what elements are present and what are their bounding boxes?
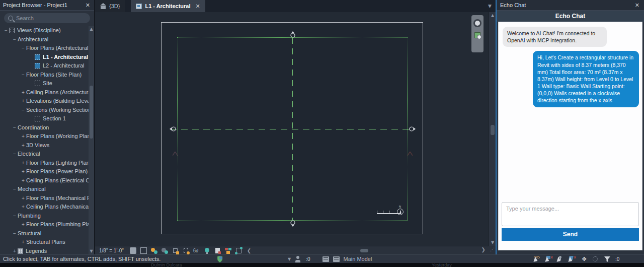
collapse-viewbar-icon[interactable]: ❮	[247, 248, 251, 253]
elevation-marker-north[interactable]	[289, 31, 296, 38]
tree-item-floor-plans-mechanical-pla[interactable]: +Floor Plans (Mechanical Pla	[0, 194, 89, 203]
collapse-icon[interactable]: −	[12, 229, 18, 238]
tree-item-electrical[interactable]: −Electrical	[0, 150, 89, 159]
canvas-vertical-scrollbar[interactable]: ▲ ▼	[489, 12, 496, 246]
tree-item-site[interactable]: Site	[0, 79, 89, 88]
worksharing-display-icon[interactable]	[225, 247, 231, 254]
tree-item-coordination[interactable]: −Coordination	[0, 123, 89, 132]
chat-close-icon[interactable]: ✕	[634, 2, 640, 9]
section-marker-right[interactable]	[408, 152, 413, 156]
selection-ring-icon[interactable]	[592, 256, 599, 262]
scrollbar-thumb[interactable]	[90, 86, 93, 139]
expand-icon[interactable]: +	[20, 97, 26, 106]
scroll-right-icon[interactable]: ❯	[481, 247, 486, 252]
tree-item-mechanical[interactable]: −Mechanical	[0, 185, 89, 194]
send-button[interactable]: Send	[502, 228, 639, 241]
expand-icon[interactable]: +	[20, 203, 26, 212]
scroll-down-icon[interactable]: ▼	[89, 249, 94, 254]
collapse-icon[interactable]: −	[20, 106, 26, 115]
tree-item-floor-plans-site-plan[interactable]: −Floor Plans (Site Plan)	[0, 71, 89, 80]
design-options-dialog-icon[interactable]	[333, 256, 340, 262]
scroll-up-icon[interactable]: ▲	[489, 13, 496, 18]
scroll-down-icon[interactable]: ▼	[489, 240, 496, 245]
tree-item-legends[interactable]: +Legends	[0, 247, 89, 255]
tree-item-ceiling-plans-mechanical-c[interactable]: +Ceiling Plans (Mechanical C	[0, 203, 89, 212]
tree-item-floor-plans-architectural-p[interactable]: −Floor Plans (Architectural P	[0, 44, 89, 53]
tab-l1-architectural[interactable]: L1 - Architectural ✕	[131, 0, 205, 12]
reveal-hidden-elements-icon[interactable]: 6∂	[193, 247, 200, 254]
temporary-hide-isolate-icon[interactable]	[204, 247, 210, 254]
expand-icon[interactable]: +	[20, 194, 26, 203]
project-browser-close-icon[interactable]: ✕	[85, 2, 91, 9]
expand-icon[interactable]: +	[12, 247, 18, 255]
expand-icon[interactable]: +	[20, 159, 26, 168]
detail-level-icon[interactable]	[130, 247, 136, 254]
expand-icon[interactable]: +	[20, 238, 26, 247]
active-workset-icon[interactable]	[295, 256, 302, 262]
scale-button[interactable]: 1/8" = 1'-0"	[95, 248, 128, 253]
reference-plane-horizontal[interactable]	[170, 129, 415, 129]
scrollbar-thumb[interactable]	[491, 125, 495, 135]
collapse-icon[interactable]: −	[12, 185, 18, 194]
tree-item-floor-plans-power-plan[interactable]: +Floor Plans (Power Plan)	[0, 167, 89, 176]
section-marker-left[interactable]	[173, 152, 178, 156]
reveal-constraints-icon[interactable]	[214, 247, 221, 254]
sun-path-icon[interactable]	[151, 247, 157, 254]
filter-icon[interactable]	[604, 256, 611, 262]
tree-item-structural[interactable]: −Structural	[0, 229, 89, 238]
tab-close-icon[interactable]: ✕	[195, 3, 200, 10]
collapse-icon[interactable]: −	[20, 44, 26, 53]
crop-viewport[interactable]: N	[161, 22, 423, 234]
resize-grip[interactable]	[489, 246, 496, 254]
expand-icon[interactable]: +	[20, 141, 26, 150]
shadows-icon[interactable]	[162, 247, 168, 254]
tree-item-ceiling-plans-architectural[interactable]: +Ceiling Plans (Architectural	[0, 88, 89, 97]
select-pinned-toggle-icon[interactable]	[557, 256, 565, 262]
select-underlay-toggle-icon[interactable]: x	[546, 256, 553, 262]
tree-item-plumbing[interactable]: −Plumbing	[0, 212, 89, 221]
workset-dropdown-icon[interactable]: ▼	[288, 257, 291, 261]
show-crop-region-icon[interactable]	[183, 247, 189, 254]
zoom-tool-icon[interactable]	[474, 32, 480, 38]
collapse-icon[interactable]: −	[12, 150, 18, 159]
project-browser-scrollbar[interactable]: ▲ ▼	[89, 26, 94, 254]
tree-item-3d-views[interactable]: +3D Views	[0, 141, 89, 150]
elevation-marker-south[interactable]	[289, 220, 296, 227]
visual-style-icon[interactable]	[140, 247, 147, 254]
elevation-marker-west[interactable]	[170, 125, 177, 132]
elevation-marker-east[interactable]	[409, 125, 416, 132]
select-by-face-toggle-icon[interactable]: x	[569, 256, 576, 262]
expand-icon[interactable]: +	[20, 132, 26, 141]
collapse-icon[interactable]: −	[12, 35, 18, 44]
expand-icon[interactable]: +	[20, 220, 26, 229]
expand-icon[interactable]: +	[20, 176, 26, 185]
worksets-dialog-icon[interactable]	[323, 256, 329, 262]
tree-item-ceiling-plans-electrical-ceil[interactable]: +Ceiling Plans (Electrical Ceil	[0, 176, 89, 185]
tree-item-section-1[interactable]: Section 1	[0, 114, 89, 123]
search-input[interactable]: Search	[4, 13, 90, 23]
expand-icon[interactable]: +	[20, 88, 26, 97]
tree-item-views-discipline[interactable]: −Views (Discipline)	[0, 26, 89, 35]
tree-item-l2-architectural[interactable]: L2 - Architectural	[0, 61, 89, 71]
drag-on-selection-toggle-icon[interactable]: ✥	[581, 256, 588, 262]
expand-icon[interactable]: +	[20, 167, 26, 176]
tab-list-dropdown-icon[interactable]: ▼	[488, 4, 492, 9]
analytical-model-icon[interactable]	[235, 247, 242, 254]
editable-only-shield-icon[interactable]	[216, 256, 223, 262]
steering-wheel-icon[interactable]	[473, 19, 481, 27]
tree-item-floor-plans-working-plan[interactable]: +Floor Plans (Working Plan)	[0, 132, 89, 141]
select-links-toggle-icon[interactable]	[534, 256, 541, 262]
collapse-icon[interactable]: −	[3, 26, 9, 35]
scroll-up-icon[interactable]: ▲	[89, 27, 94, 32]
tree-item-sections-working-section[interactable]: −Sections (Working Section)	[0, 106, 89, 115]
drawing-canvas[interactable]: N	[95, 12, 489, 246]
tree-item-floor-plans-lighting-plan[interactable]: +Floor Plans (Lighting Plan)	[0, 159, 89, 168]
tab-3d[interactable]: {3D}	[95, 0, 125, 12]
collapse-icon[interactable]: −	[20, 71, 26, 80]
tree-item-elevations-building-elevati[interactable]: +Elevations (Building Elevati	[0, 97, 89, 106]
tree-item-architectural[interactable]: −Architectural	[0, 35, 89, 44]
tree-item-floor-plans-plumbing-plan[interactable]: +Floor Plans (Plumbing Plan)	[0, 220, 89, 229]
canvas-horizontal-scrollbar-thumb[interactable]	[360, 249, 368, 252]
collapse-icon[interactable]: −	[12, 212, 18, 221]
collapse-icon[interactable]: −	[12, 123, 18, 132]
